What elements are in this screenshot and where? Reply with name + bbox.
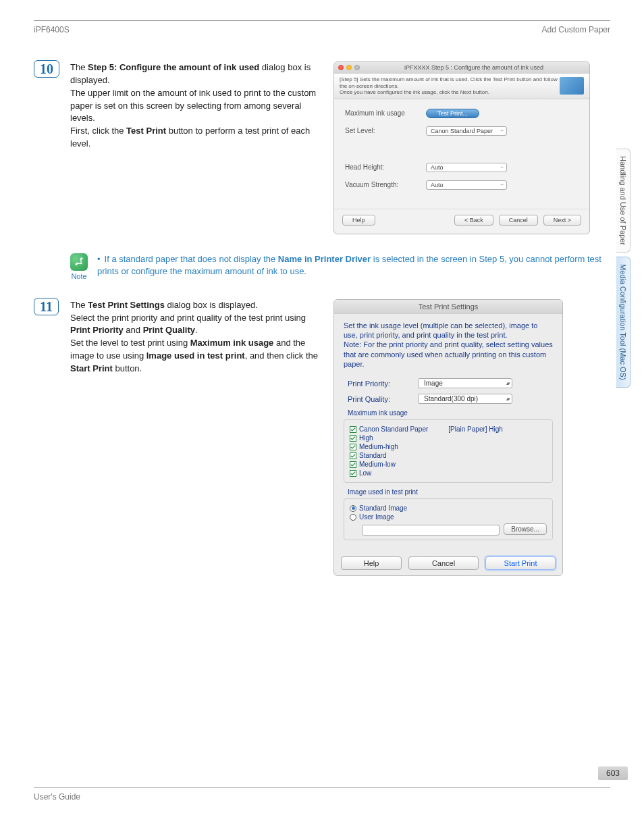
page-number: 603	[598, 766, 628, 780]
step10-text: The Step 5: Configure the amount of ink …	[70, 61, 320, 234]
level-high: High	[359, 434, 373, 442]
tps-cancel-button[interactable]: Cancel	[408, 556, 479, 570]
cancel-button[interactable]: Cancel	[499, 215, 538, 226]
checkbox-medium-high[interactable]	[350, 444, 356, 450]
browse-button[interactable]: Browse...	[504, 523, 547, 535]
level-medium-high: Medium-high	[359, 443, 398, 450]
back-button[interactable]: < Back	[454, 215, 493, 226]
checkbox-standard[interactable]	[350, 452, 356, 459]
step-number-10: 10	[34, 60, 59, 78]
start-print-button[interactable]: Start Print	[485, 556, 556, 570]
checkbox-medium-low[interactable]	[350, 461, 356, 468]
test-print-button[interactable]: Test Print...	[426, 109, 479, 118]
level-standard: Standard	[359, 452, 387, 459]
level-csp: Canon Standard Paper	[359, 425, 428, 433]
set-level-label: Set Level:	[345, 127, 426, 134]
vacuum-label: Vacuum Strength:	[345, 181, 426, 188]
tps-help-button[interactable]: Help	[341, 556, 402, 570]
checkbox-high[interactable]	[350, 435, 356, 442]
head-height-select[interactable]: Auto	[426, 163, 507, 172]
print-priority-label: Print Priority:	[344, 380, 418, 388]
print-quality-label: Print Quality:	[344, 395, 418, 403]
minimize-icon[interactable]	[346, 65, 352, 70]
step5-dialog: iPFXXXX Step 5 : Configure the amount of…	[333, 61, 590, 234]
header-section: Add Custom Paper	[542, 25, 610, 34]
dialog-banner: [Step 5] Sets the maximum amount of ink …	[340, 76, 560, 96]
standard-image-label: Standard Image	[359, 504, 407, 512]
tps-title: Test Print Settings	[334, 300, 562, 314]
user-image-label: User Image	[359, 513, 394, 521]
step-number-11: 11	[34, 298, 59, 315]
radio-standard-image[interactable]	[350, 505, 356, 512]
footer-guide: User's Guide	[34, 792, 80, 802]
level-csp-right: [Plain Paper] High	[448, 425, 503, 433]
ink-levels-box: Canon Standard Paper [Plain Paper] High …	[344, 419, 553, 483]
user-image-path-input[interactable]	[362, 525, 500, 536]
level-low: Low	[359, 469, 371, 477]
next-button[interactable]: Next >	[543, 215, 581, 226]
note-text: •If a standard paper that does not displ…	[97, 253, 610, 278]
radio-user-image[interactable]	[350, 514, 356, 521]
step11-text: The Test Print Settings dialog box is di…	[70, 299, 320, 576]
note-icon	[70, 253, 88, 271]
test-print-settings-dialog: Test Print Settings Set the ink usage le…	[333, 299, 563, 576]
set-level-select[interactable]: Canon Standard Paper	[426, 126, 507, 136]
close-icon[interactable]	[338, 65, 344, 70]
head-height-label: Head Height:	[345, 163, 426, 171]
checkbox-csp[interactable]	[350, 426, 356, 433]
zoom-icon[interactable]	[354, 65, 360, 70]
image-used-box: Standard Image User Image Browse...	[344, 498, 553, 540]
side-tab-media-config[interactable]: Media Configuration Tool (Mac OS)	[616, 257, 630, 388]
max-ink-usage-label: Maximum ink usage	[348, 409, 553, 417]
tps-intro: Set the ink usage level (multiple can be…	[344, 321, 553, 369]
side-tab-handling[interactable]: Handling and Use of Paper	[616, 149, 630, 253]
vacuum-select[interactable]: Auto	[426, 180, 507, 190]
level-medium-low: Medium-low	[359, 461, 396, 468]
dialog-title: iPFXXXX Step 5 : Configure the amount of…	[363, 64, 585, 71]
image-used-label: Image used in test print	[348, 488, 553, 496]
print-priority-select[interactable]: Image	[418, 378, 512, 388]
header-model: iPF6400S	[34, 25, 70, 34]
help-button[interactable]: Help	[342, 215, 375, 226]
wizard-logo-icon	[560, 77, 584, 95]
checkbox-low[interactable]	[350, 470, 356, 477]
print-quality-select[interactable]: Standard(300 dpi)	[418, 394, 512, 404]
max-ink-label: Maximum ink usage	[345, 109, 426, 117]
note-label: Note	[70, 272, 88, 280]
